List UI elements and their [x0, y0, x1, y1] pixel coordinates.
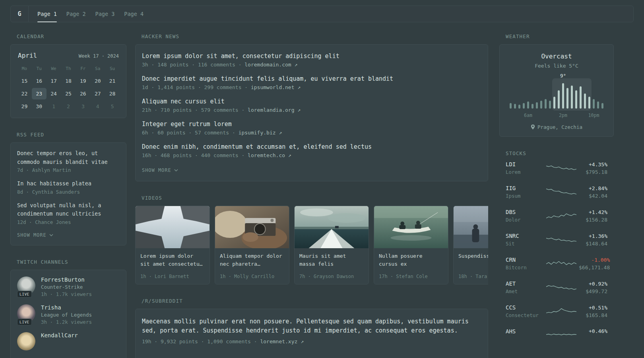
story-title[interactable]: Donec enim nibh, condimentum et accumsan…	[142, 143, 481, 150]
story-title[interactable]: Aliquam nec cursus elit	[142, 98, 481, 105]
video-title[interactable]: Mauris sit amet massa felis	[299, 252, 364, 268]
stock-row[interactable]: DBSDolor +1.42%$156.28	[499, 209, 614, 223]
story-domain-link[interactable]: ipsumworld.net ↗	[251, 84, 301, 90]
calendar-day[interactable]: 30	[32, 101, 47, 112]
stock-ticker[interactable]: CCS	[506, 304, 544, 311]
stock-ticker[interactable]: AET	[506, 280, 544, 287]
stock-price: $66,171.48	[579, 265, 610, 270]
calendar-day[interactable]: 16	[32, 75, 47, 87]
post-domain-link[interactable]: loremnet.xyz ↗	[260, 339, 304, 344]
post-title[interactable]: Maecenas mollis pulvinar erat non posuer…	[142, 317, 481, 336]
calendar-day[interactable]: 22	[17, 88, 32, 99]
video-card[interactable]: Suspendisse diam 18h · Tara	[453, 206, 488, 284]
stock-ticker[interactable]: IIG	[506, 185, 544, 191]
video-title[interactable]: Suspendisse diam	[458, 252, 488, 260]
calendar-day[interactable]: 17	[47, 75, 61, 87]
tab-page-2[interactable]: Page 2	[62, 6, 91, 22]
calendar-day-header: We	[47, 63, 61, 74]
stock-ticker[interactable]: AHS	[506, 328, 544, 335]
rss-item[interactable]: Sed volutpat nulla nisl, a condimentum n…	[17, 201, 120, 225]
stock-ticker[interactable]: LDI	[506, 161, 544, 167]
channel-game: Counter-Strike	[41, 284, 92, 290]
video-meta: 1h · Molly Carrillo	[220, 274, 284, 279]
calendar-day[interactable]: 4	[90, 101, 105, 112]
calendar-day[interactable]: 27	[90, 88, 105, 99]
video-thumbnail[interactable]	[215, 206, 289, 248]
weather-hour-bar	[575, 90, 577, 109]
video-title[interactable]: Aliquam tempor dolor nec pharetra…	[220, 252, 284, 268]
tab-page-3[interactable]: Page 3	[91, 6, 120, 22]
stock-change: +1.42%	[579, 209, 607, 215]
video-title[interactable]: Lorem ipsum dolor sit amet consectetu…	[140, 252, 205, 268]
rss-item[interactable]: In hac habitasse platea 8d · Cynthia Sau…	[17, 179, 120, 195]
main-content: CALENDAR April Week 17 · 2024 MoTuWeThFr…	[0, 22, 644, 358]
twitch-channel[interactable]: KendallCarr	[17, 332, 120, 350]
calendar-day[interactable]: 18	[61, 75, 76, 87]
stock-row[interactable]: IIGIpsum +2.84%$42.04	[499, 185, 614, 199]
stock-row[interactable]: LDILorem +4.35%$795.18	[499, 161, 614, 175]
calendar-day[interactable]: 24	[47, 88, 61, 99]
calendar-day[interactable]: 25	[61, 88, 76, 99]
calendar-day[interactable]: 19	[76, 75, 90, 87]
video-title[interactable]: Nullam posuere cursus ex	[379, 252, 443, 268]
section-title-twitch: TWITCH CHANNELS	[17, 259, 126, 265]
tab-page-4[interactable]: Page 4	[119, 6, 148, 22]
twitch-channel[interactable]: LIVE Trisha League of Legends 3h · 1.2k …	[17, 304, 120, 325]
stock-row[interactable]: CCSConsectetur +0.51%$165.84	[499, 304, 614, 318]
tab-page-1[interactable]: Page 1	[33, 6, 62, 22]
twitch-section: TWITCH CHANNELS LIVE ForrestBurton Count…	[10, 259, 126, 358]
stock-sparkline	[546, 210, 576, 222]
stock-change: +0.46%	[579, 328, 607, 334]
stock-ticker[interactable]: DBS	[506, 209, 544, 215]
calendar-day[interactable]: 29	[17, 101, 32, 112]
calendar-day[interactable]: 20	[90, 75, 105, 87]
calendar-day[interactable]: 26	[76, 88, 90, 99]
stock-row[interactable]: SNRCSit +1.36%$148.64	[499, 233, 614, 247]
show-more-label: SHOW MORE	[142, 167, 171, 173]
calendar-day[interactable]: 28	[105, 88, 120, 99]
hacker-news-show-more-button[interactable]: SHOW MORE	[142, 167, 178, 174]
calendar-day-selected[interactable]: 23	[32, 88, 47, 99]
stock-row[interactable]: AETAmet +0.92%$499.72	[499, 280, 614, 294]
video-card[interactable]: Aliquam tempor dolor nec pharetra… 1h · …	[215, 206, 289, 284]
rss-item-title[interactable]: In hac habitasse platea	[17, 179, 120, 188]
app-logo[interactable]: G	[11, 6, 29, 22]
stock-name: Consectetur	[506, 312, 544, 318]
calendar-day[interactable]: 3	[76, 101, 90, 112]
video-thumbnail[interactable]	[295, 206, 369, 248]
video-card[interactable]: Lorem ipsum dolor sit amet consectetu… 1…	[135, 206, 210, 284]
video-thumbnail[interactable]	[374, 206, 448, 248]
video-card[interactable]: Nullam posuere cursus ex 17h · Stefan Co…	[374, 206, 448, 284]
story-title[interactable]: Lorem ipsum dolor sit amet, consectetur …	[142, 53, 481, 60]
stock-ticker[interactable]: CRN	[506, 257, 544, 263]
video-card[interactable]: Mauris sit amet massa felis 7h · Grayson…	[294, 206, 369, 284]
stock-row[interactable]: CRNBitcorn -1.00%$66,171.48	[499, 257, 614, 270]
calendar-day[interactable]: 1	[47, 101, 61, 112]
channel-name[interactable]: KendallCarr	[41, 332, 78, 339]
video-thumbnail[interactable]	[454, 206, 488, 248]
hacker-news-card: Lorem ipsum dolor sit amet, consectetur …	[135, 44, 488, 181]
story-domain-link[interactable]: ipsumify.biz ↗	[239, 130, 282, 136]
rss-item-title[interactable]: Sed volutpat nulla nisl, a condimentum n…	[17, 201, 120, 218]
stock-row[interactable]: AHS +0.46%	[499, 328, 614, 341]
channel-name[interactable]: ForrestBurton	[41, 276, 92, 283]
story-domain-link[interactable]: loremtech.co ↗	[248, 152, 291, 158]
stock-ticker[interactable]: SNRC	[506, 233, 544, 239]
twitch-channel[interactable]: LIVE ForrestBurton Counter-Strike 1h · 1…	[17, 276, 120, 297]
story-title[interactable]: Donec imperdiet augue tincidunt felis al…	[142, 75, 481, 82]
rss-show-more-button[interactable]: SHOW MORE	[17, 232, 53, 239]
calendar-day[interactable]: 21	[105, 75, 120, 87]
calendar-day[interactable]: 2	[61, 101, 76, 112]
weather-time-label: 6am	[524, 113, 532, 118]
section-title-rss: RSS FEED	[17, 132, 126, 138]
calendar-day[interactable]: 15	[17, 75, 32, 87]
video-thumbnail[interactable]	[136, 206, 209, 248]
story-domain-link[interactable]: loremlandia.org ↗	[248, 107, 301, 113]
rss-item[interactable]: Donec tempor eros leo, ut commodo mauris…	[17, 149, 120, 173]
calendar-day[interactable]: 5	[105, 101, 120, 112]
videos-row: Lorem ipsum dolor sit amet consectetu… 1…	[135, 206, 488, 284]
story-title[interactable]: Integer eget rutrum lorem	[142, 121, 481, 128]
story-domain-link[interactable]: loremdomain.com ↗	[244, 62, 297, 68]
channel-name[interactable]: Trisha	[41, 304, 92, 311]
rss-item-title[interactable]: Donec tempor eros leo, ut commodo mauris…	[17, 149, 120, 166]
